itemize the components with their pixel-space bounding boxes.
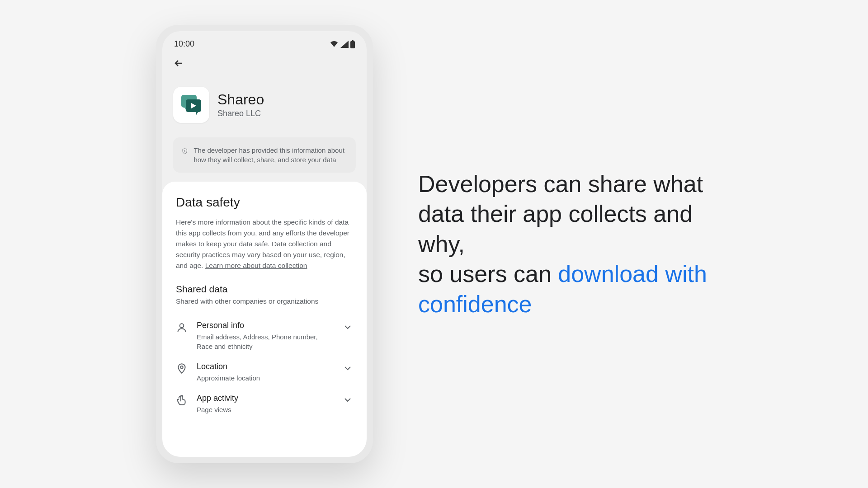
nav-bar [162, 52, 367, 73]
signal-icon [340, 41, 349, 48]
data-item-title: App activity [197, 394, 333, 403]
app-publisher: Shareo LLC [217, 109, 264, 118]
content-card: Data safety Here's more information abou… [162, 182, 367, 457]
data-item-desc: Approximate location [197, 373, 333, 383]
marketing-line1: Developers can share what data their app… [418, 171, 703, 257]
svg-point-4 [184, 150, 185, 151]
data-item-title: Personal info [197, 321, 333, 330]
data-item-desc: Page views [197, 405, 333, 414]
wifi-icon [330, 41, 339, 48]
back-button[interactable] [171, 56, 186, 70]
developer-info-box: The developer has provided this informat… [173, 137, 356, 173]
phone-frame: 10:00 Shareo [156, 25, 373, 463]
svg-rect-1 [352, 40, 354, 42]
developer-info-text: The developer has provided this informat… [193, 145, 347, 164]
svg-point-6 [180, 324, 184, 328]
app-titles: Shareo Shareo LLC [217, 91, 264, 118]
data-safety-description: Here's more information about the specif… [176, 217, 353, 271]
learn-more-link[interactable]: Learn more about data collection [205, 262, 307, 269]
data-item-app-activity[interactable]: App activity Page views [176, 388, 353, 420]
svg-rect-0 [350, 41, 355, 48]
shared-data-subtitle: Shared with other companies or organizat… [176, 297, 353, 305]
marketing-line2-prefix: so users can [418, 261, 558, 287]
svg-point-7 [180, 366, 183, 368]
arrow-left-icon [173, 58, 184, 69]
status-bar: 10:00 [162, 31, 367, 52]
app-title: Shareo [217, 91, 264, 108]
data-item-desc: Email address, Address, Phone number, Ra… [197, 332, 333, 351]
chevron-down-icon [342, 322, 353, 333]
marketing-text: Developers can share what data their app… [418, 169, 712, 319]
phone-screen: 10:00 Shareo [162, 31, 367, 457]
shared-data-title: Shared data [176, 284, 353, 295]
chevron-down-icon [342, 394, 353, 405]
person-icon [176, 322, 188, 333]
status-time: 10:00 [174, 39, 194, 49]
app-header: Shareo Shareo LLC [162, 73, 367, 132]
chevron-down-icon [342, 363, 353, 374]
battery-icon [350, 40, 355, 48]
location-icon [176, 363, 188, 375]
app-icon [173, 87, 209, 123]
data-item-personal-info[interactable]: Personal info Email address, Address, Ph… [176, 315, 353, 357]
status-icons [330, 40, 355, 48]
data-item-location[interactable]: Location Approximate location [176, 357, 353, 388]
data-item-title: Location [197, 362, 333, 371]
touch-icon [176, 394, 188, 406]
shield-info-icon [182, 145, 187, 157]
data-safety-title: Data safety [176, 195, 353, 210]
